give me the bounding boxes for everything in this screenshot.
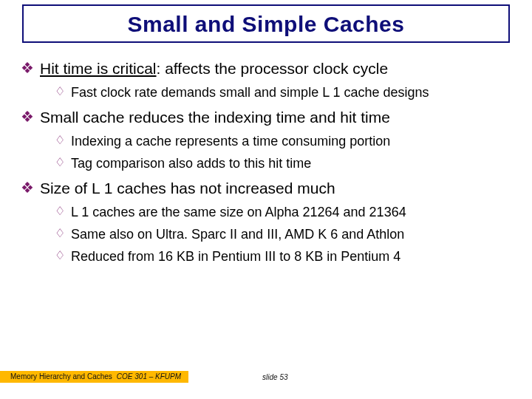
slide-content: ❖ Hit time is critical: affects the proc… — [0, 43, 532, 265]
title-inner: Small and Simple Caches — [24, 6, 508, 41]
bullet-2: ❖ Small cache reduces the indexing time … — [21, 108, 511, 127]
bullet-1: ❖ Hit time is critical: affects the proc… — [21, 59, 511, 78]
bullet-3-text: Size of L 1 caches has not increased muc… — [40, 179, 335, 198]
diamond-bullet-icon: ❖ — [21, 179, 34, 197]
sub-bullet-text: Tag comparison also adds to this hit tim… — [71, 155, 311, 171]
slide-footer: Memory Hierarchy and Caches COE 301 – KF… — [0, 371, 532, 383]
sub-bullet-text: Reduced from 16 KB in Pentium III to 8 K… — [71, 248, 400, 265]
diamond-bullet-icon: ❖ — [21, 59, 34, 77]
slide-title: Small and Simple Caches — [128, 12, 405, 36]
hollow-diamond-icon: ♢ — [55, 84, 65, 99]
footer-left-text: Memory Hierarchy and Caches — [10, 372, 112, 381]
hollow-diamond-icon: ♢ — [55, 248, 65, 263]
slide-number: slide 53 — [262, 373, 287, 381]
footer-course: COE 301 – KFUPM — [117, 372, 181, 381]
sub-bullet-text: Same also on Ultra. Sparc II and III, AM… — [71, 226, 404, 242]
sub-bullet: ♢ Tag comparison also adds to this hit t… — [55, 155, 511, 171]
diamond-bullet-icon: ❖ — [21, 108, 34, 126]
sub-bullet: ♢ Fast clock rate demands small and simp… — [55, 84, 511, 100]
footer-band: Memory Hierarchy and Caches COE 301 – KF… — [0, 371, 188, 383]
bullet-3: ❖ Size of L 1 caches has not increased m… — [21, 179, 511, 198]
sub-bullet: ♢ Indexing a cache represents a time con… — [55, 133, 511, 149]
bullet-2-text: Small cache reduces the indexing time an… — [40, 108, 390, 127]
title-band: Small and Simple Caches — [22, 4, 510, 43]
hollow-diamond-icon: ♢ — [55, 226, 65, 241]
hollow-diamond-icon: ♢ — [55, 204, 65, 219]
sub-bullet-text: L 1 caches are the same size on Alpha 21… — [71, 204, 406, 220]
hollow-diamond-icon: ♢ — [55, 133, 65, 148]
sub-bullet: ♢ Same also on Ultra. Sparc II and III, … — [55, 226, 511, 242]
bullet-1-rest: : affects the processor clock cycle — [157, 60, 389, 77]
sub-bullet: ♢ Reduced from 16 KB in Pentium III to 8… — [55, 248, 511, 265]
sub-bullet: ♢ L 1 caches are the same size on Alpha … — [55, 204, 511, 220]
sub-bullet-text: Fast clock rate demands small and simple… — [71, 84, 429, 100]
bullet-1-text: Hit time is critical: affects the proces… — [40, 59, 388, 78]
sub-bullet-text: Indexing a cache represents a time consu… — [71, 133, 390, 149]
hollow-diamond-icon: ♢ — [55, 155, 65, 170]
bullet-1-underlined: Hit time is critical — [40, 60, 157, 77]
